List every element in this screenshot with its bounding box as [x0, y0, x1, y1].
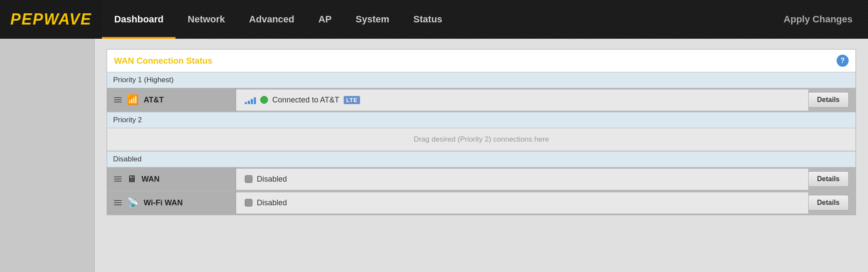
- priority-1-row: Priority 1 (Highest): [107, 72, 856, 88]
- main-layout: WAN Connection Status ? Priority 1 (High…: [0, 39, 868, 272]
- panel-title: WAN Connection Status: [114, 56, 212, 66]
- priority-2-row: Priority 2: [107, 112, 856, 128]
- wifi-wan-details-button[interactable]: Details: [808, 195, 849, 210]
- panel-header: WAN Connection Status ?: [107, 49, 856, 72]
- connection-label-att: 📶 AT&T: [107, 88, 236, 111]
- signal-bars-icon: [245, 96, 256, 104]
- wan-status: Disabled: [236, 169, 808, 190]
- nav-item-status[interactable]: Status: [401, 0, 454, 39]
- att-icon: 📶: [127, 94, 139, 105]
- connection-label-wan: 🖥 WAN: [107, 167, 236, 191]
- nav-item-dashboard[interactable]: Dashboard: [102, 0, 175, 39]
- nav-item-network[interactable]: Network: [175, 0, 237, 39]
- disabled-dot-icon: [245, 175, 252, 183]
- wan-icon: 🖥: [127, 173, 136, 185]
- connected-dot-icon: [260, 96, 268, 104]
- wan-status-text: Disabled: [257, 175, 287, 184]
- drag-handle-wifi-wan[interactable]: [114, 200, 122, 205]
- drag-drop-zone[interactable]: Drag desired (Priority 2) connections he…: [107, 128, 856, 151]
- att-status: Connected to AT&T LTE: [236, 90, 808, 111]
- connection-label-wifi-wan: 📡 Wi-Fi WAN: [107, 191, 236, 214]
- content-area: WAN Connection Status ? Priority 1 (High…: [95, 39, 868, 272]
- lte-badge: LTE: [344, 96, 360, 104]
- wifi-wan-icon: 📡: [127, 197, 139, 208]
- drag-handle-wan[interactable]: [114, 176, 122, 182]
- table-row: 📶 AT&T Connected to AT&T LTE Details: [107, 88, 856, 112]
- wan-details-button[interactable]: Details: [808, 171, 849, 187]
- wan-name: WAN: [142, 175, 160, 184]
- nav-item-advanced[interactable]: Advanced: [237, 0, 306, 39]
- disabled-row: Disabled: [107, 151, 856, 167]
- header: PEPWAVE Dashboard Network Advanced AP Sy…: [0, 0, 868, 39]
- wifi-wan-name: Wi-Fi WAN: [144, 198, 183, 207]
- nav-item-system[interactable]: System: [344, 0, 401, 39]
- table-row: 📡 Wi-Fi WAN Disabled Details: [107, 191, 856, 215]
- logo: PEPWAVE: [10, 10, 92, 28]
- wifi-wan-status-text: Disabled: [257, 198, 287, 207]
- nav-area: Dashboard Network Advanced AP System Sta…: [102, 0, 768, 39]
- apply-changes-button[interactable]: Apply Changes: [784, 14, 853, 25]
- att-details-button[interactable]: Details: [808, 92, 849, 108]
- apply-changes-area: Apply Changes: [768, 0, 868, 39]
- wan-status-panel: WAN Connection Status ? Priority 1 (High…: [107, 49, 856, 215]
- att-name: AT&T: [144, 96, 164, 105]
- help-icon[interactable]: ?: [837, 55, 849, 67]
- logo-area: PEPWAVE: [0, 0, 102, 39]
- table-row: 🖥 WAN Disabled Details: [107, 167, 856, 191]
- wifi-wan-status: Disabled: [236, 192, 808, 213]
- nav-item-ap[interactable]: AP: [306, 0, 344, 39]
- drag-handle-att[interactable]: [114, 97, 122, 102]
- att-status-text: Connected to AT&T: [272, 96, 339, 105]
- sidebar: [0, 39, 95, 272]
- disabled-dot-icon: [245, 199, 252, 207]
